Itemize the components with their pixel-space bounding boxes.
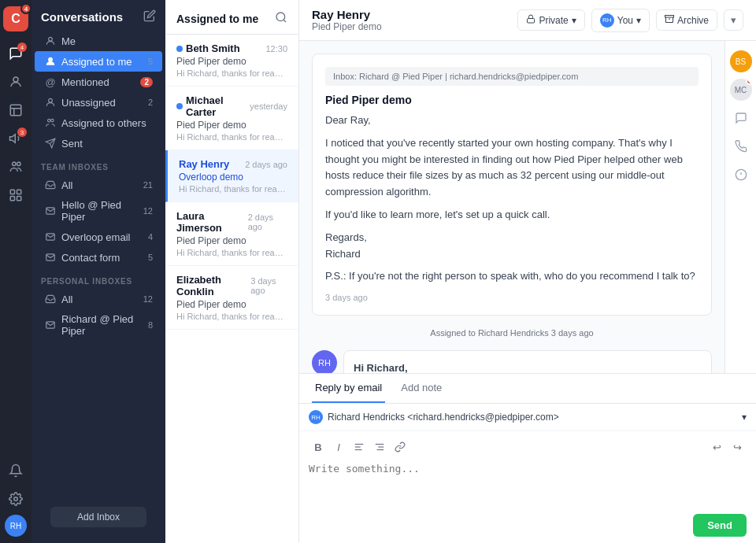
team-inboxes-title: TEAM INBOXES	[32, 157, 165, 175]
add-inbox-button[interactable]: Add Inbox	[50, 507, 146, 527]
sidebar-item-personal-all[interactable]: All 12	[35, 289, 162, 309]
search-icon[interactable]	[275, 11, 287, 26]
right-panel-phone-icon[interactable]	[730, 135, 752, 157]
contact-label: Contact form	[61, 252, 143, 264]
you-chevron-icon: ▾	[636, 15, 641, 26]
conv-item-1[interactable]: Michael Carter yesterday Pied Piper demo…	[165, 87, 298, 150]
sidebar-item-assigned-to-me[interactable]: Assigned to me 5	[35, 51, 162, 72]
conv-list-header: Assigned to me	[165, 0, 298, 35]
tab-reply-email[interactable]: Reply by email	[312, 374, 385, 403]
overloop-label: Overloop email	[61, 231, 143, 243]
sidebar-item-contact[interactable]: Contact form 5	[35, 247, 162, 268]
conv-preview-4: Hi Richard, thanks for reaching out...	[176, 312, 287, 321]
email-time: 3 days ago	[325, 293, 699, 302]
conv-preview-3: Hi Richard, thanks for reaching out...	[176, 248, 287, 257]
conv-item-2[interactable]: Ray Henry 2 days ago Overloop demo Hi Ri…	[165, 150, 298, 202]
svg-rect-24	[665, 16, 673, 18]
private-button[interactable]: Private ▾	[517, 9, 584, 31]
archive-button[interactable]: Archive	[656, 9, 717, 31]
svg-marker-2	[10, 135, 16, 143]
conv-item-0[interactable]: Beth Smith 12:30 Pied Piper demo Hi Rich…	[165, 35, 298, 87]
redo-button[interactable]: ↪	[728, 438, 747, 456]
chat-header-actions: Private ▾ RH You ▾ Archive ▾	[517, 9, 743, 32]
personal-section: All 12 Richard @ Pied Piper 8	[32, 289, 165, 341]
sidebar-item-overloop[interactable]: Overloop email 4	[35, 227, 162, 247]
you-button[interactable]: RH You ▾	[591, 9, 650, 32]
mine-section: Me Assigned to me 5 @ Mentioned 2 Unassi…	[32, 31, 165, 153]
unassigned-count: 2	[148, 98, 153, 107]
svg-point-12	[49, 98, 53, 102]
right-panel-avatar-2[interactable]: MC	[730, 79, 752, 101]
link-button[interactable]	[391, 438, 410, 456]
unassigned-icon	[44, 96, 57, 109]
bold-button[interactable]: B	[309, 438, 328, 456]
reply-editor: B I ↩ ↪	[299, 431, 756, 508]
tab-add-note[interactable]: Add note	[398, 374, 445, 403]
conv-time-0: 12:30	[265, 44, 287, 54]
svg-rect-5	[10, 190, 14, 194]
conv-item-4[interactable]: Elizabeth Conklin 3 days ago Pied Piper …	[165, 266, 298, 330]
sidebar-item-sent[interactable]: Sent	[35, 133, 162, 153]
email-subject: Pied Piper demo	[325, 94, 699, 106]
unassigned-label: Unassigned	[61, 97, 143, 109]
app-logo[interactable]: C 4	[3, 6, 28, 31]
sidebar-item-unassigned[interactable]: Unassigned 2	[35, 92, 162, 113]
nav-teams[interactable]	[3, 154, 28, 179]
sidebar-item-team-all[interactable]: All 21	[35, 175, 162, 195]
conv-preview-2: Hi Richard, thanks for reaching out...	[179, 184, 287, 194]
sidebar-item-hello[interactable]: Hello @ Pied Piper 12	[35, 195, 162, 227]
email-para1: I noticed that you've recently started y…	[325, 135, 699, 201]
reply-from-avatar: RH	[309, 410, 323, 424]
email-body: Dear Ray, I noticed that you've recently…	[325, 113, 699, 285]
inbox-icon	[44, 179, 57, 191]
svg-rect-6	[17, 190, 21, 194]
conversation-list: Assigned to me Beth Smith 12:30 Pied Pip…	[165, 0, 299, 543]
contact-count: 5	[148, 253, 153, 262]
overloop-count: 4	[148, 232, 153, 242]
right-panel-info-icon[interactable]	[730, 164, 752, 186]
right-panel-email-icon[interactable]	[730, 107, 752, 129]
reply-from[interactable]: RH Richard Hendricks <richard.hendricks@…	[299, 404, 756, 431]
sidebar-item-assigned-others[interactable]: Assigned to others	[35, 113, 162, 133]
personal-all-count: 12	[143, 294, 153, 304]
nav-integrations[interactable]	[3, 183, 28, 208]
send-button[interactable]: Send	[693, 514, 747, 537]
editor-toolbar: B I ↩ ↪	[309, 438, 747, 456]
conversation-items: Beth Smith 12:30 Pied Piper demo Hi Rich…	[165, 35, 298, 543]
more-button[interactable]: ▾	[724, 9, 743, 31]
nav-contacts[interactable]	[3, 69, 28, 94]
email-meta: Inbox: Richard @ Pied Piper | richard.he…	[325, 67, 699, 86]
sidebar-item-mentioned[interactable]: @ Mentioned 2	[35, 72, 162, 92]
svg-point-13	[48, 119, 51, 122]
richard-icon	[44, 319, 57, 331]
nav-reports[interactable]	[3, 98, 28, 123]
personal-all-icon	[44, 293, 57, 305]
italic-button[interactable]: I	[329, 438, 348, 456]
nav-settings[interactable]	[3, 486, 28, 512]
align-left-button[interactable]	[350, 438, 369, 456]
team-all-count: 21	[143, 180, 153, 190]
email-ps: P.S.: If you're not the right person to …	[325, 268, 699, 285]
svg-rect-23	[528, 19, 535, 24]
svg-point-11	[49, 57, 53, 61]
reply-input[interactable]	[309, 460, 747, 499]
user-avatar[interactable]: RH	[5, 515, 27, 537]
svg-point-9	[14, 497, 18, 501]
nav-conversations[interactable]: 4	[3, 41, 28, 66]
nav-campaigns[interactable]: 3	[3, 126, 28, 151]
reply-footer: Send	[299, 508, 756, 543]
sidebar-item-richard[interactable]: Richard @ Pied Piper 8	[35, 309, 162, 341]
svg-point-3	[13, 162, 17, 166]
compose-icon[interactable]	[143, 9, 156, 24]
sent-icon	[44, 137, 57, 150]
nav-notifications[interactable]	[3, 458, 28, 483]
undo-button[interactable]: ↩	[707, 438, 726, 456]
sidebar-item-me[interactable]: Me	[35, 31, 162, 51]
align-right-button[interactable]	[370, 438, 389, 456]
personal-inboxes-title: PERSONAL INBOXES	[32, 271, 165, 289]
unread-dot-0	[176, 46, 183, 52]
conv-item-3[interactable]: Laura Jimerson 2 days ago Pied Piper dem…	[165, 202, 298, 266]
richard-count: 8	[148, 320, 153, 330]
right-panel-avatar-1[interactable]: BS	[730, 50, 752, 72]
conv-preview-1: Hi Richard, thanks for reaching out...	[176, 132, 287, 142]
